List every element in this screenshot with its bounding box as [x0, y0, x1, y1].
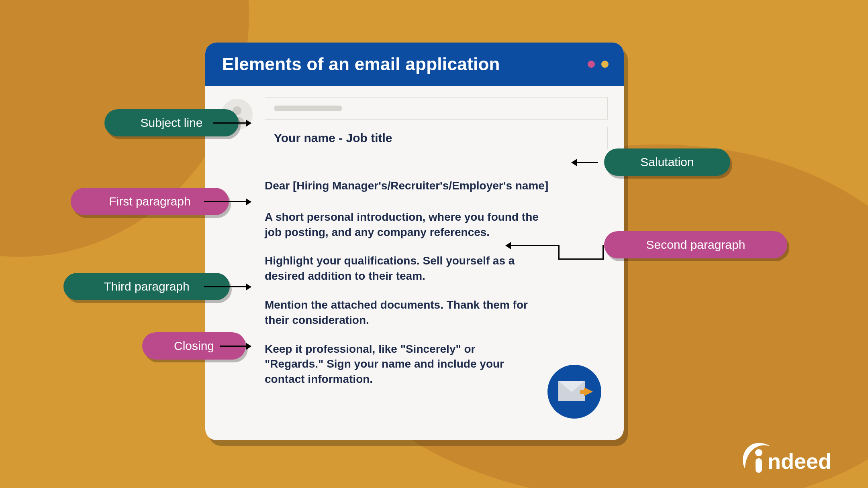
label-second-paragraph: Second paragraph — [604, 231, 787, 258]
subject-field: Your name - Job title — [265, 127, 608, 149]
card-header: Elements of an email application — [205, 43, 624, 86]
arrow-icon — [204, 286, 251, 287]
window-dot-icon — [588, 61, 595, 68]
recipient-placeholder-icon — [274, 106, 342, 111]
label-salutation: Salutation — [604, 148, 730, 176]
third-paragraph-text: Mention the attached documents. Thank th… — [265, 297, 538, 328]
email-card: Elements of an email application Your na… — [205, 43, 624, 440]
subject-text: Your name - Job title — [274, 131, 392, 145]
svg-text:ndeed: ndeed — [768, 449, 831, 473]
card-body: Your name - Job title Dear [Hiring Manag… — [205, 86, 624, 403]
window-dots — [588, 61, 609, 68]
arrow-icon — [220, 346, 251, 347]
recipient-field — [265, 97, 608, 120]
arrow-elbow-icon — [558, 245, 560, 259]
arrow-icon — [506, 245, 559, 246]
svg-point-4 — [755, 449, 762, 456]
arrow-elbow-icon — [602, 245, 604, 260]
card-title: Elements of an email application — [222, 54, 500, 74]
send-icon — [547, 365, 601, 419]
arrow-icon — [572, 162, 598, 163]
closing-text: Keep it professional, like "Sincerely" o… — [265, 342, 506, 387]
arrow-icon — [204, 201, 251, 202]
arrow-segment-icon — [558, 258, 603, 260]
first-paragraph-text: A short personal introduction, where you… — [265, 209, 550, 240]
arrow-icon — [213, 122, 251, 124]
indeed-logo: ndeed — [739, 442, 844, 476]
svg-rect-5 — [756, 458, 762, 473]
second-paragraph-text: Highlight your qualifications. Sell your… — [265, 253, 522, 284]
salutation-text: Dear [Hiring Manager's/Recruiter's/Emplo… — [265, 178, 600, 193]
window-dot-icon — [601, 61, 609, 68]
